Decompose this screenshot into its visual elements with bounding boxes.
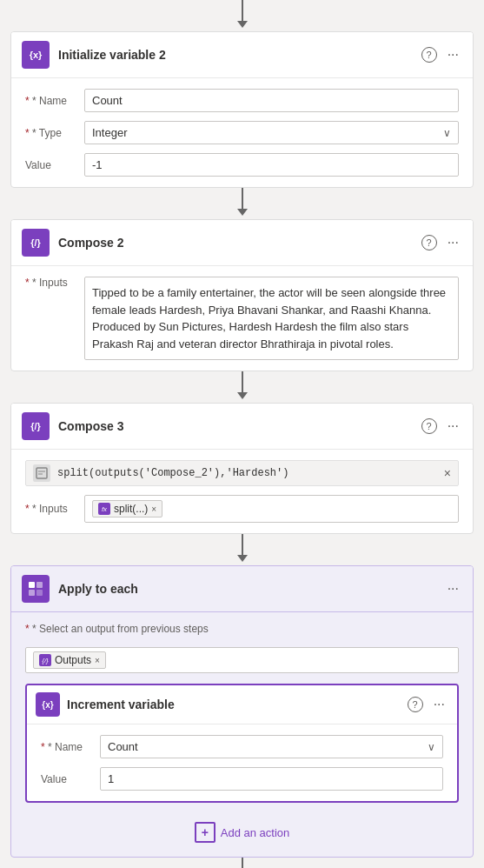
apply-each-menu-button[interactable]: ··· — [444, 579, 462, 598]
value-field-row: Value — [25, 153, 459, 177]
svg-rect-3 — [29, 582, 35, 588]
increment-name-chevron-icon: ∨ — [428, 741, 435, 753]
name-field-row: * Name — [25, 89, 459, 112]
compose3-token-chip: fx split(...) × — [92, 500, 162, 517]
compose3-token-label: split(...) — [114, 503, 148, 515]
compose3-inputs-row: * Inputs fx split(...) × — [25, 495, 459, 523]
svg-rect-4 — [36, 582, 43, 588]
compose2-help-icon[interactable]: ? — [421, 235, 437, 250]
increment-variable-ellipsis-icon: ··· — [434, 697, 445, 711]
add-action-label: Add an action — [221, 826, 290, 839]
type-value: Integer — [92, 126, 127, 139]
arrow-line — [242, 188, 243, 209]
increment-variable-title: Increment variable — [67, 698, 401, 711]
output-select-label: * Select an output from previous steps — [25, 623, 209, 635]
output-token-field[interactable]: {/} Outputs × — [25, 647, 459, 673]
increment-name-label: * Name — [41, 741, 93, 753]
compose2-input-text: Tipped to be a family entertainer, the a… — [92, 286, 446, 351]
init-variable-body: * Name * Type Integer ∨ Value — [11, 78, 473, 187]
compose2-ellipsis-icon: ··· — [448, 235, 459, 250]
compose3-body: split(outputs('Compose_2'),'Hardesh') × … — [11, 450, 473, 533]
arrow-connector-3 — [237, 534, 248, 565]
arrow-connector-1 — [237, 188, 248, 219]
compose3-icon: {/} — [22, 412, 50, 440]
output-token-icon: {/} — [39, 654, 51, 666]
increment-name-value: Count — [108, 740, 138, 753]
svg-rect-0 — [36, 468, 47, 478]
compose3-token-icon: fx — [98, 503, 110, 515]
type-field-row: * Type Integer ∨ — [25, 121, 459, 144]
apply-each-title: Apply to each — [58, 582, 435, 596]
compose3-title: Compose 3 — [58, 419, 413, 433]
name-input[interactable] — [84, 89, 459, 112]
arrow-line — [242, 858, 243, 868]
increment-variable-body: * Name Count ∨ Value — [27, 724, 457, 801]
name-label: * Name — [25, 95, 77, 107]
increment-name-select[interactable]: Count ∨ — [100, 735, 443, 758]
compose2-title: Compose 2 — [58, 236, 413, 250]
apply-each-body: * Select an output from previous steps {… — [11, 612, 473, 857]
arrow-line — [242, 0, 243, 21]
compose3-expr-text: split(outputs('Compose_2'),'Hardesh') — [57, 467, 437, 479]
compose3-menu-button[interactable]: ··· — [444, 417, 462, 436]
apply-each-actions: ··· — [444, 579, 462, 598]
compose3-token-remove-button[interactable]: × — [151, 504, 156, 514]
type-label: * Type — [25, 127, 77, 139]
compose3-help-icon[interactable]: ? — [421, 418, 437, 434]
compose3-expr-bar: split(outputs('Compose_2'),'Hardesh') × — [25, 460, 459, 486]
arrow-head — [237, 209, 248, 216]
compose2-input-area[interactable]: Tipped to be a family entertainer, the a… — [84, 277, 459, 360]
add-action-plus-icon: + — [195, 822, 215, 843]
flow-container: {x} Initialize variable 2 ? ··· * Name *… — [0, 0, 484, 868]
increment-variable-header: {x} Increment variable ? ··· — [27, 685, 457, 724]
compose3-inputs-label: * Inputs — [25, 503, 77, 515]
compose2-inputs-row: * Inputs Tipped to be a family entertain… — [25, 277, 459, 360]
increment-variable-menu-button[interactable]: ··· — [430, 695, 448, 714]
compose2-header: {/} Compose 2 ? ··· — [11, 220, 473, 266]
arrow-connector-2 — [237, 371, 248, 403]
increment-variable-help-icon[interactable]: ? — [408, 697, 423, 712]
add-action-button[interactable]: + Add an action — [25, 813, 459, 846]
output-token-remove-button[interactable]: × — [95, 656, 100, 665]
apply-each-header: Apply to each ··· — [11, 566, 473, 612]
compose2-actions: ? ··· — [421, 233, 462, 252]
arrow-head — [237, 555, 248, 562]
compose2-menu-button[interactable]: ··· — [444, 233, 462, 252]
type-chevron-icon: ∨ — [443, 127, 451, 139]
init-variable-icon-label: {x} — [30, 50, 43, 60]
compose3-ellipsis-icon: ··· — [448, 418, 459, 433]
ellipsis-icon: ··· — [448, 47, 459, 62]
increment-value-row: Value — [41, 767, 443, 791]
compose3-header: {/} Compose 3 ? ··· — [11, 404, 473, 450]
apply-each-ellipsis-icon: ··· — [448, 581, 459, 596]
compose3-expr-left-icon — [33, 464, 50, 482]
arrow-line — [242, 371, 243, 392]
type-select[interactable]: Integer ∨ — [84, 121, 459, 144]
compose3-inputs-field[interactable]: fx split(...) × — [84, 495, 459, 523]
compose2-card: {/} Compose 2 ? ··· * Inputs Tipped to b… — [10, 219, 474, 371]
compose3-icon-label: {/} — [30, 421, 41, 431]
init-variable-title: Initialize variable 2 — [58, 48, 413, 62]
compose2-icon: {/} — [22, 229, 50, 257]
init-variable-help-icon[interactable]: ? — [421, 47, 437, 63]
arrow-head — [237, 21, 248, 28]
increment-name-row: * Name Count ∨ — [41, 735, 443, 758]
svg-rect-5 — [29, 590, 35, 596]
increment-variable-icon: {x} — [36, 692, 60, 717]
value-input[interactable] — [84, 153, 459, 177]
output-token-row: {/} Outputs × — [25, 647, 459, 673]
init-variable-menu-button[interactable]: ··· — [444, 45, 462, 64]
init-variable-icon: {x} — [22, 41, 50, 69]
arrow-line — [242, 534, 243, 555]
init-variable-actions: ? ··· — [421, 45, 462, 64]
compose3-card: {/} Compose 3 ? ··· split(outputs('Compo… — [10, 403, 474, 534]
value-label: Value — [25, 159, 77, 171]
increment-value-input[interactable] — [100, 767, 443, 791]
output-token-chip: {/} Outputs × — [33, 651, 106, 669]
output-select-row: * Select an output from previous steps — [25, 623, 459, 635]
compose3-expr-close-button[interactable]: × — [444, 466, 451, 480]
increment-variable-actions: ? ··· — [408, 695, 448, 714]
init-variable-header: {x} Initialize variable 2 ? ··· — [11, 32, 473, 78]
apply-each-card: Apply to each ··· * Select an output fro… — [10, 565, 474, 858]
svg-rect-6 — [36, 590, 43, 596]
